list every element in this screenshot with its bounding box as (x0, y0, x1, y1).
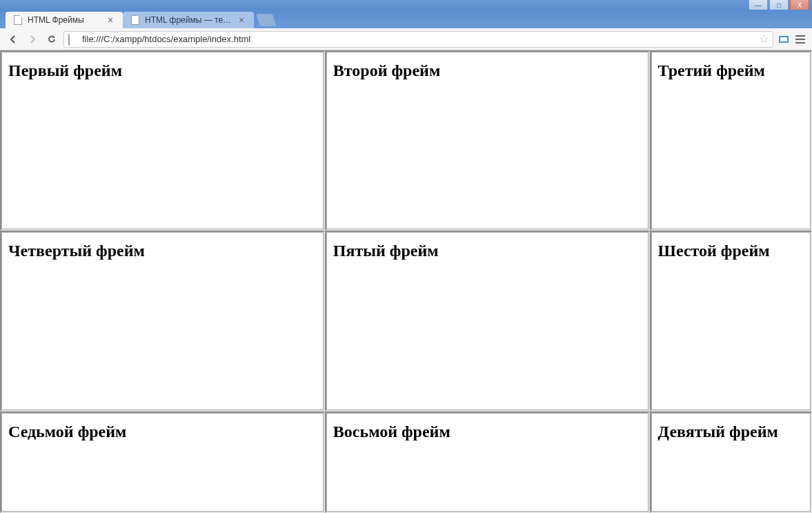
frame-heading: Восьмой фрейм (333, 423, 642, 441)
frame-6[interactable]: Шестой фрейм (650, 231, 812, 411)
browser-toolbar: file:///C:/xampp/htdocs/example/index.ht… (0, 28, 812, 50)
extension-icon[interactable] (778, 33, 790, 46)
page-icon (130, 14, 141, 26)
hamburger-icon (795, 35, 805, 37)
tab-close-button[interactable]: × (105, 14, 116, 26)
frame-5[interactable]: Пятый фрейм (325, 231, 650, 411)
reload-icon (46, 34, 57, 45)
frame-9[interactable]: Девятый фрейм (650, 412, 812, 513)
frame-1[interactable]: Первый фрейм (0, 50, 325, 231)
forward-button[interactable] (25, 32, 40, 47)
bookmark-star-icon[interactable]: ☆ (759, 32, 769, 46)
frame-4[interactable]: Четвертый фрейм (0, 231, 325, 411)
back-icon (8, 34, 19, 45)
page-icon (68, 35, 78, 44)
tab-strip: HTML Фреймы × HTML фреймы — тег fram × (0, 10, 812, 28)
frame-3[interactable]: Третий фрейм (650, 50, 812, 231)
frame-heading: Первый фрейм (8, 61, 317, 80)
browser-tab-1[interactable]: HTML фреймы — тег fram × (123, 12, 254, 28)
frameset: Первый фрейм Второй фрейм Третий фрейм Ч… (0, 50, 812, 513)
frame-heading: Пятый фрейм (333, 242, 642, 260)
frame-2[interactable]: Второй фрейм (325, 50, 650, 231)
svg-rect-1 (780, 37, 787, 41)
frame-heading: Шестой фрейм (658, 242, 804, 260)
reload-button[interactable] (44, 32, 59, 47)
tab-title: HTML Фреймы (28, 15, 101, 25)
new-tab-button[interactable] (256, 14, 277, 26)
url-text: file:///C:/xampp/htdocs/example/index.ht… (82, 34, 755, 44)
window-titlebar: — □ X (0, 0, 812, 10)
minimize-icon: — (755, 1, 762, 9)
frame-7[interactable]: Седьмой фрейм (0, 412, 325, 513)
back-button[interactable] (6, 32, 21, 47)
frame-8[interactable]: Восьмой фрейм (325, 412, 650, 513)
address-bar[interactable]: file:///C:/xampp/htdocs/example/index.ht… (63, 31, 773, 48)
page-icon (12, 14, 23, 26)
maximize-icon: □ (777, 1, 781, 9)
close-window-icon: X (798, 1, 802, 9)
tab-close-button[interactable]: × (236, 14, 247, 26)
forward-icon (27, 34, 38, 45)
frame-heading: Третий фрейм (658, 61, 804, 80)
menu-button[interactable] (794, 33, 806, 46)
browser-tab-0[interactable]: HTML Фреймы × (6, 12, 123, 28)
frame-heading: Четвертый фрейм (8, 242, 317, 260)
frame-heading: Седьмой фрейм (8, 423, 317, 441)
frame-heading: Девятый фрейм (658, 423, 804, 441)
tab-title: HTML фреймы — тег fram (145, 15, 232, 25)
frame-heading: Второй фрейм (333, 61, 642, 80)
